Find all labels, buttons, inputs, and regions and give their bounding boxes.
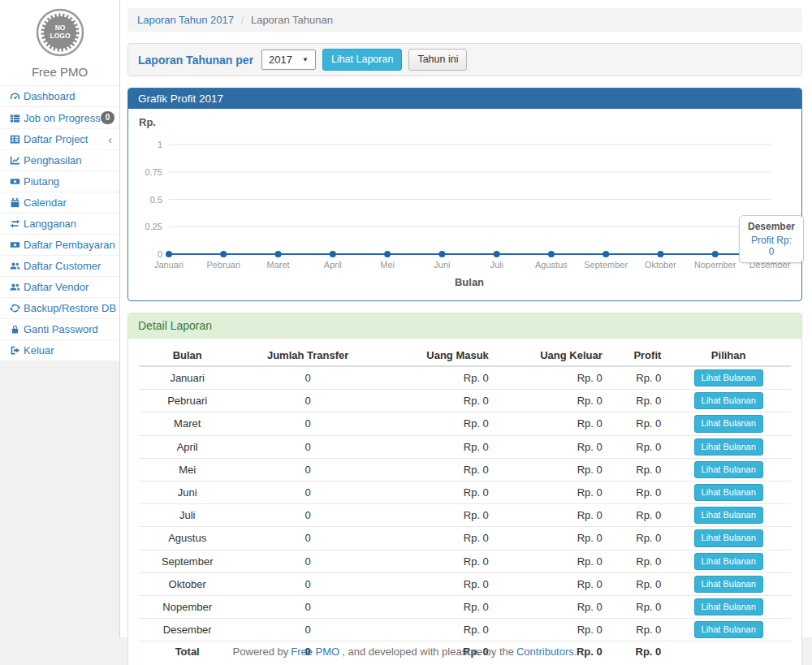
sidebar-item-daftar-vendor[interactable]: Daftar Vendor [0, 277, 119, 298]
sidebar-item-ganti-password[interactable]: Ganti Password [0, 319, 119, 340]
column-header-pilihan: Pilihan [666, 345, 791, 366]
chart-point-september[interactable] [603, 251, 609, 257]
total-profit: Rp. 0 [607, 641, 667, 661]
sidebar-item-daftar-pembayaran[interactable]: Daftar Pembayaran [0, 235, 119, 256]
cell-uang-masuk: Rp. 0 [380, 481, 494, 503]
sidebar-item-daftar-project[interactable]: Daftar Project‹ [0, 129, 119, 150]
breadcrumb-link[interactable]: Laporan Tahun 2017 [137, 14, 234, 26]
cell-bulan: Oktober [139, 572, 235, 595]
chart-point-juni[interactable] [438, 251, 445, 257]
year-select[interactable]: 2017 ▼ [261, 50, 316, 70]
lihat-bulanan-button[interactable]: Lihat Bulanan [694, 576, 763, 593]
cell-pilihan: Lihat Bulanan [666, 481, 791, 503]
table-row: Maret0Rp. 0Rp. 0Rp. 0Lihat Bulanan [139, 412, 791, 435]
cell-uang-keluar: Rp. 0 [494, 595, 607, 618]
chart-point-mei[interactable] [384, 251, 391, 257]
cell-jumlah-transfer: 0 [235, 458, 380, 481]
x-tick-label: April [324, 260, 342, 270]
cell-uang-masuk: Rp. 0 [380, 504, 494, 527]
report-table: Bulan Jumlah Transfer Uang Masuk Uang Ke… [139, 345, 791, 661]
year-select-value: 2017 [269, 54, 292, 66]
sidebar-item-keluar[interactable]: Keluar [0, 340, 119, 361]
cell-uang-keluar: Rp. 0 [494, 458, 607, 481]
cell-uang-masuk: Rp. 0 [380, 527, 494, 550]
sidebar-item-penghasilan[interactable]: Penghasilan [0, 150, 119, 171]
lihat-bulanan-button[interactable]: Lihat Bulanan [694, 529, 763, 546]
cell-uang-keluar: Rp. 0 [494, 572, 607, 595]
cell-pilihan: Lihat Bulanan [666, 366, 791, 390]
cell-uang-masuk: Rp. 0 [380, 458, 494, 481]
column-header-bulan: Bulan [139, 345, 235, 366]
footer-link-contributors[interactable]: Contributors. [516, 646, 577, 658]
breadcrumb-current: Laporan Tahunan [251, 14, 333, 26]
chart-point-april[interactable] [330, 251, 336, 257]
table-row: Oktober0Rp. 0Rp. 0Rp. 0Lihat Bulanan [139, 572, 791, 595]
cell-jumlah-transfer: 0 [235, 481, 380, 503]
sidebar-item-langganan[interactable]: Langganan [0, 214, 119, 235]
sidebar: NO LOGO Free PMO DashboardJob on Progres… [0, 0, 120, 637]
cell-uang-masuk: Rp. 0 [380, 619, 494, 641]
line-chart-icon [10, 155, 24, 166]
lihat-bulanan-button[interactable]: Lihat Bulanan [694, 484, 763, 501]
sidebar-item-label: Daftar Vendor [24, 281, 89, 293]
sidebar-item-label: Daftar Pembayaran [24, 239, 115, 251]
chart-point-pebruari[interactable] [220, 251, 227, 257]
footer-link-free-pmo[interactable]: Free PMO [291, 646, 339, 658]
lihat-bulanan-button[interactable]: Lihat Bulanan [694, 392, 763, 409]
users-icon [10, 282, 24, 292]
chart-point-agustus[interactable] [548, 251, 555, 257]
chart-point-juli[interactable] [494, 251, 500, 257]
sidebar-item-piutang[interactable]: Piutang [0, 171, 119, 192]
breadcrumb-separator: / [241, 14, 244, 26]
cell-pilihan: Lihat Bulanan [666, 435, 791, 458]
lihat-bulanan-button[interactable]: Lihat Bulanan [694, 598, 763, 615]
chart-point-maret[interactable] [275, 251, 282, 257]
chart-point-nopember[interactable] [712, 251, 719, 257]
lihat-bulanan-button[interactable]: Lihat Bulanan [694, 369, 763, 386]
cell-profit: Rp. 0 [607, 527, 667, 550]
lihat-bulanan-button[interactable]: Lihat Bulanan [694, 553, 763, 570]
cell-uang-keluar: Rp. 0 [494, 504, 607, 527]
sidebar-item-calendar[interactable]: Calendar [0, 192, 119, 214]
lihat-bulanan-button[interactable]: Lihat Bulanan [694, 415, 763, 432]
lihat-bulanan-button[interactable]: Lihat Bulanan [694, 438, 763, 456]
tahun-ini-button[interactable]: Tahun ini [408, 49, 467, 71]
cell-jumlah-transfer: 0 [235, 619, 380, 641]
cell-bulan: Pebruari [139, 390, 235, 412]
cell-uang-masuk: Rp. 0 [380, 595, 494, 618]
x-tick-label: Januari [154, 260, 184, 270]
sidebar-item-daftar-customer[interactable]: Daftar Customer [0, 256, 119, 277]
list-icon [10, 113, 24, 123]
cell-bulan: September [139, 550, 235, 572]
brand-name: Free PMO [0, 65, 119, 79]
cell-bulan: Nopember [139, 595, 235, 618]
cell-jumlah-transfer: 0 [235, 550, 380, 572]
sidebar-item-backup-restore-db[interactable]: Backup/Restore DB [0, 298, 119, 319]
lihat-bulanan-button[interactable]: Lihat Bulanan [694, 507, 763, 524]
cell-jumlah-transfer: 0 [235, 504, 380, 527]
cell-profit: Rp. 0 [607, 390, 667, 412]
chart-point-oktober[interactable] [657, 251, 663, 257]
chart-point-januari[interactable] [166, 251, 172, 257]
cell-bulan: Agustus [139, 527, 235, 550]
sidebar-item-job-on-progress[interactable]: Job on Progress0 [0, 107, 119, 129]
sidebar-item-dashboard[interactable]: Dashboard [0, 86, 119, 107]
cell-uang-keluar: Rp. 0 [494, 619, 607, 641]
cell-pilihan: Lihat Bulanan [666, 619, 791, 641]
x-axis-label: Bulan [455, 276, 484, 288]
breadcrumb: Laporan Tahun 2017 / Laporan Tahunan [127, 8, 802, 32]
cell-pilihan: Lihat Bulanan [666, 458, 791, 481]
chart-panel-title: Grafik Profit 2017 [128, 89, 801, 109]
lihat-laporan-button[interactable]: Lihat Laporan [322, 49, 402, 71]
lihat-bulanan-button[interactable]: Lihat Bulanan [694, 461, 763, 478]
lihat-bulanan-button[interactable]: Lihat Bulanan [694, 621, 763, 638]
cell-pilihan: Lihat Bulanan [666, 527, 791, 550]
x-tick-label: Agustus [535, 260, 568, 270]
lock-icon [10, 324, 24, 335]
sidebar-item-label: Penghasilan [24, 154, 82, 166]
cell-uang-masuk: Rp. 0 [380, 366, 494, 390]
cell-bulan: Juli [139, 504, 235, 527]
sidebar-item-label: Daftar Project [24, 133, 88, 145]
sign-out-icon [10, 345, 24, 356]
cell-bulan: Maret [139, 412, 235, 435]
